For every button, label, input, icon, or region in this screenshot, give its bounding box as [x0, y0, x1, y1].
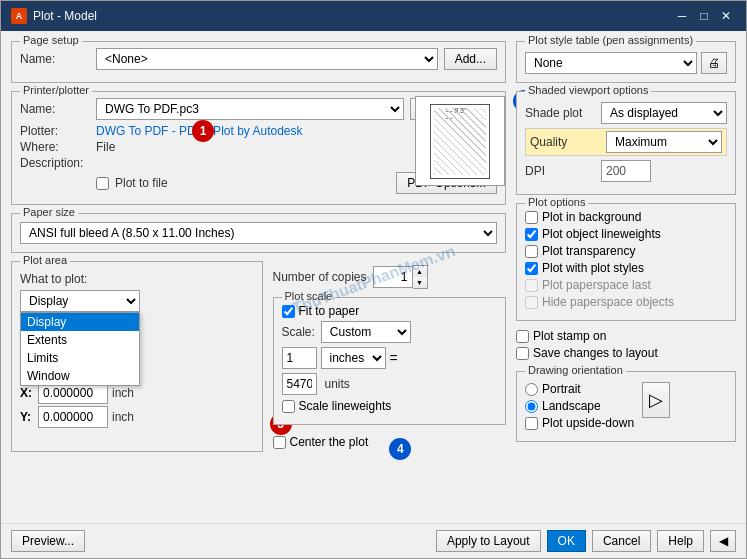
plot-with-styles-checkbox[interactable] — [525, 262, 538, 275]
upside-down-label: Plot upside-down — [542, 416, 634, 430]
center-plot-label: Center the plot — [290, 435, 369, 449]
center-plot-row: Center the plot — [273, 435, 507, 449]
printer-plotter-title: Printer/plotter — [20, 84, 92, 96]
plot-paperspace-last-label: Plot paperspace last — [542, 278, 651, 292]
apply-button[interactable]: Apply to Layout — [436, 530, 541, 552]
scale-value2-input[interactable] — [282, 373, 317, 395]
scale-lineweights-checkbox[interactable] — [282, 400, 295, 413]
preview-button[interactable]: Preview... — [11, 530, 85, 552]
plot-object-lineweights-checkbox[interactable] — [525, 228, 538, 241]
plot-with-styles-label: Plot with plot styles — [542, 261, 644, 275]
cancel-button[interactable]: Cancel — [592, 530, 651, 552]
scale-lineweights-row: Scale lineweights — [282, 399, 498, 413]
orientation-radios: Portrait Landscape Plot upside-down — [525, 382, 634, 433]
printer-plotter-section: Printer/plotter Name: DWG To PDF.pc3 Pro… — [11, 91, 506, 205]
plot-style-print-btn[interactable]: 🖨 — [701, 52, 727, 74]
preview-area: — 8.5" — — [415, 96, 505, 186]
copies-input[interactable] — [373, 266, 413, 288]
plot-object-lineweights-label: Plot object lineweights — [542, 227, 661, 241]
dpi-input[interactable] — [601, 160, 651, 182]
landscape-label: Landscape — [542, 399, 601, 413]
plot-transparency-checkbox[interactable] — [525, 245, 538, 258]
scale-lineweights-label: Scale lineweights — [299, 399, 392, 413]
paper-size-select[interactable]: ANSI full bleed A (8.50 x 11.00 Inches) — [20, 222, 497, 244]
dropdown-item-window[interactable]: Window — [21, 367, 139, 385]
shaded-viewport-section: Shaded viewport options Shade plot As di… — [516, 91, 736, 195]
equals-sign: = — [390, 350, 398, 366]
plot-offset-rows: X: inch Y: inch — [20, 382, 254, 428]
maximize-button[interactable]: □ — [694, 7, 714, 25]
copies-up[interactable]: ▲ — [413, 266, 427, 277]
quality-label: Quality — [530, 135, 600, 149]
title-bar-controls: ─ □ ✕ — [672, 7, 736, 25]
help-button[interactable]: Help — [657, 530, 704, 552]
plot-area-title: Plot area — [20, 254, 70, 266]
quality-row: Quality Maximum — [525, 128, 727, 156]
upside-down-checkbox[interactable] — [525, 417, 538, 430]
close-button[interactable]: ✕ — [716, 7, 736, 25]
upside-down-row: Plot upside-down — [525, 416, 634, 430]
what-to-plot-select[interactable]: Display Extents Limits Window — [20, 290, 140, 312]
printer-name-label: Name: — [20, 102, 90, 116]
dpi-label: DPI — [525, 164, 595, 178]
what-to-plot-label: What to plot: — [20, 272, 87, 286]
stamp-save-section: Plot stamp on Save changes to layout — [516, 329, 736, 363]
center-plot-checkbox[interactable] — [273, 436, 286, 449]
hide-objects-checkbox[interactable] — [525, 296, 538, 309]
stamp-label: Plot stamp on — [533, 329, 606, 343]
plotter-label: Plotter: — [20, 124, 90, 138]
plot-style-select[interactable]: None — [525, 52, 697, 74]
dropdown-item-extents[interactable]: Extents — [21, 331, 139, 349]
plot-transparency-row: Plot transparency — [525, 244, 727, 258]
plot-paperspace-last-checkbox[interactable] — [525, 279, 538, 292]
copies-spinner: ▲ ▼ — [373, 265, 428, 289]
page-setup-row: Name: <None> Add... — [20, 48, 497, 70]
scale-values-row: inches = — [282, 347, 498, 369]
scale-select[interactable]: Custom — [321, 321, 411, 343]
x-label: X: — [20, 386, 34, 400]
y-row: Y: inch — [20, 406, 254, 428]
landscape-radio[interactable] — [525, 400, 538, 413]
plot-with-styles-row: Plot with plot styles — [525, 261, 727, 275]
plot-to-file-checkbox[interactable] — [96, 177, 109, 190]
stamp-checkbox[interactable] — [516, 330, 529, 343]
plot-paperspace-last-row: Plot paperspace last — [525, 278, 727, 292]
title-bar: A Plot - Model ─ □ ✕ — [1, 1, 746, 31]
y-input[interactable] — [38, 406, 108, 428]
footer: Preview... Apply to Layout OK Cancel Hel… — [1, 523, 746, 558]
copies-spinner-btns: ▲ ▼ — [413, 265, 428, 289]
portrait-label: Portrait — [542, 382, 581, 396]
add-button[interactable]: Add... — [444, 48, 497, 70]
shade-plot-label: Shade plot — [525, 106, 595, 120]
printer-select[interactable]: DWG To PDF.pc3 — [96, 98, 404, 120]
preview-hatching — [434, 108, 486, 175]
minimize-button[interactable]: ─ — [672, 7, 692, 25]
ok-button[interactable]: OK — [547, 530, 586, 552]
dropdown-item-limits[interactable]: Limits — [21, 349, 139, 367]
plotter-value[interactable]: DWG To PDF - PDF ePlot by Autodesk — [96, 124, 303, 138]
save-changes-checkbox[interactable] — [516, 347, 529, 360]
quality-select[interactable]: Maximum — [606, 131, 722, 153]
fit-to-paper-checkbox[interactable] — [282, 305, 295, 318]
scale-unit1-select[interactable]: inches — [321, 347, 386, 369]
orientation-button[interactable]: ▷ — [642, 382, 670, 418]
copies-down[interactable]: ▼ — [413, 277, 427, 288]
paper-size-title: Paper size — [20, 206, 78, 218]
middle-section: Plot area What to plot: Display Extents … — [11, 261, 506, 452]
copies-row: Number of copies ▲ ▼ — [273, 261, 507, 289]
plot-background-row: Plot in background — [525, 210, 727, 224]
title-bar-left: A Plot - Model — [11, 8, 97, 24]
shade-plot-select[interactable]: As displayed — [601, 102, 727, 124]
right-panel: Plot style table (pen assignments) None … — [516, 41, 736, 513]
scale-value1-input[interactable] — [282, 347, 317, 369]
portrait-radio[interactable] — [525, 383, 538, 396]
plot-style-section: Plot style table (pen assignments) None … — [516, 41, 736, 83]
dropdown-item-display[interactable]: Display — [21, 313, 139, 331]
plot-background-checkbox[interactable] — [525, 211, 538, 224]
page-setup-select[interactable]: <None> — [96, 48, 438, 70]
plot-dialog: A Plot - Model ─ □ ✕ Page setup Name: <N… — [0, 0, 747, 559]
what-to-plot-row: What to plot: — [20, 272, 254, 286]
paper-size-section: Paper size ANSI full bleed A (8.50 x 11.… — [11, 213, 506, 253]
where-value: File — [96, 140, 115, 154]
back-button[interactable]: ◀ — [710, 530, 736, 552]
